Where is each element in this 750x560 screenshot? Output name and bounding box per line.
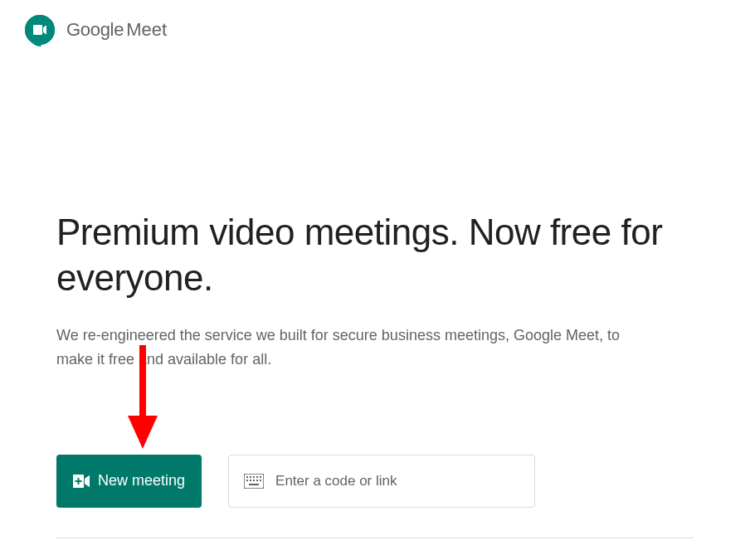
logo-meet-text: Meet [126,19,167,41]
page-subtext: We re-engineered the service we built fo… [56,324,637,372]
svg-rect-12 [246,476,248,478]
code-input[interactable] [275,473,519,489]
new-meeting-label: New meeting [98,472,185,489]
svg-rect-13 [250,476,251,478]
logo-google-text: Google [66,19,124,41]
svg-rect-16 [260,476,261,478]
meet-logo-icon [23,13,56,46]
keyboard-icon [244,474,264,489]
svg-rect-22 [249,484,259,485]
svg-rect-20 [256,480,258,481]
page-headline: Premium video meetings. Now free for eve… [56,209,694,300]
new-meeting-button[interactable]: New meeting [56,455,202,508]
svg-rect-3 [33,25,42,35]
svg-rect-14 [253,476,255,478]
svg-rect-15 [256,476,258,478]
actions-row: New meeting [56,455,694,508]
svg-rect-17 [246,480,248,481]
app-header: Google Meet [0,0,750,60]
svg-rect-10 [75,480,82,482]
svg-rect-21 [260,480,261,481]
section-divider [56,538,694,538]
app-title: Google Meet [66,19,167,41]
svg-rect-18 [250,480,251,481]
video-plus-icon [73,475,90,488]
main-content: Premium video meetings. Now free for eve… [0,209,750,508]
svg-rect-19 [253,480,255,481]
code-input-container[interactable] [228,455,535,508]
